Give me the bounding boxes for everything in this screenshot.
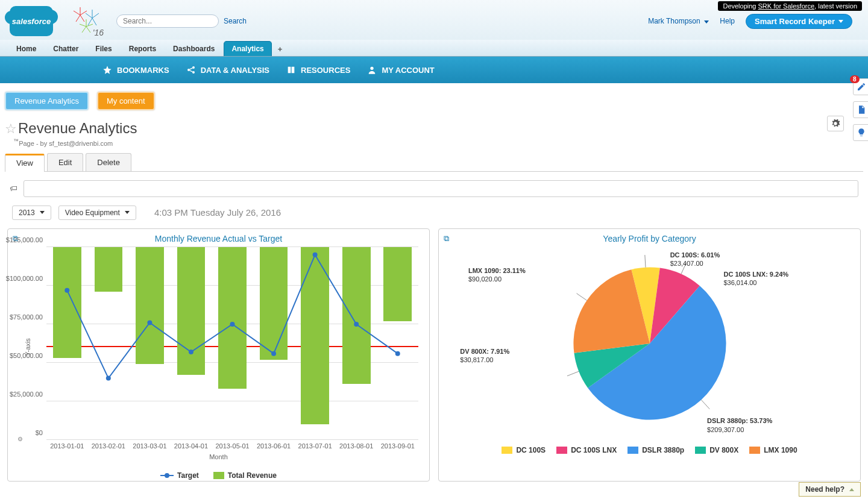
action-tab-delete[interactable]: Delete bbox=[86, 153, 131, 171]
gear-icon bbox=[831, 119, 840, 128]
bar-rect[interactable] bbox=[342, 247, 371, 384]
y-tick: $50,000.00 bbox=[10, 352, 43, 359]
pie-chart-legend: DC 100SDC 100S LNXDSLR 3880pDV 800XLMX 1… bbox=[444, 446, 855, 454]
svg-point-16 bbox=[192, 66, 195, 69]
revenue-analytics-pill[interactable]: Revenue Analytics bbox=[5, 92, 89, 110]
search-button[interactable]: Search bbox=[224, 17, 247, 25]
svg-line-4 bbox=[80, 15, 84, 22]
subnav-my-account[interactable]: MY ACCOUNT bbox=[367, 65, 434, 75]
svg-line-31 bbox=[567, 371, 578, 376]
tab-home[interactable]: Home bbox=[8, 41, 44, 56]
salesforce-logo[interactable]: salesforce bbox=[10, 6, 53, 36]
timestamp: 4:03 PM Tuesday July 26, 2016 bbox=[154, 207, 281, 218]
legend-item: DC 100S LNX bbox=[556, 446, 617, 454]
subnav-bookmarks[interactable]: BOOKMARKS bbox=[102, 65, 169, 75]
bar-rect[interactable] bbox=[383, 247, 412, 321]
bar-slot bbox=[294, 247, 336, 440]
pie-label: DC 100S LNX: 9.24%$36,014.00 bbox=[723, 270, 788, 287]
x-tick: 2013-03-01 bbox=[129, 442, 171, 450]
tab-chatter[interactable]: Chatter bbox=[45, 41, 86, 56]
y-tick: $100,000.00 bbox=[6, 275, 43, 282]
bar-rect[interactable] bbox=[95, 247, 123, 292]
axis-gear-icon[interactable]: ⚙ bbox=[17, 436, 23, 442]
x-tick: 2013-01-01 bbox=[46, 442, 88, 450]
svg-line-11 bbox=[80, 24, 86, 27]
side-doc-button[interactable] bbox=[853, 101, 868, 118]
y-tick: $0 bbox=[36, 429, 43, 436]
fireworks-icon: '16 bbox=[71, 6, 101, 36]
page-header: ☆ Revenue Analytics bbox=[5, 120, 863, 137]
tab-analytics[interactable]: Analytics bbox=[224, 41, 271, 56]
x-tick: 2013-06-01 bbox=[253, 442, 295, 450]
x-tick: 2013-04-01 bbox=[171, 442, 212, 450]
tab-reports[interactable]: Reports bbox=[121, 41, 164, 56]
tag-input[interactable] bbox=[24, 180, 858, 197]
tag-icon: 🏷 bbox=[10, 184, 17, 193]
book-icon bbox=[286, 65, 296, 75]
side-idea-button[interactable] bbox=[853, 124, 868, 141]
y-tick: $25,000.00 bbox=[10, 391, 43, 398]
bar-rect[interactable] bbox=[218, 247, 247, 389]
user-menu[interactable]: Mark Thompson bbox=[648, 17, 709, 25]
notification-badge: 8 bbox=[850, 75, 860, 83]
bar-chart-title: Monthly Revenue Actual vs Target bbox=[13, 234, 424, 243]
svg-line-30 bbox=[701, 400, 709, 409]
line-marker-icon bbox=[160, 475, 174, 476]
year-filter-dropdown[interactable]: 2013 bbox=[12, 206, 51, 220]
side-edit-button[interactable]: 8 bbox=[853, 78, 868, 95]
action-tab-edit[interactable]: Edit bbox=[47, 153, 83, 171]
bar-slot bbox=[377, 247, 419, 440]
document-icon bbox=[857, 105, 866, 115]
dev-banner-link[interactable]: SRK for Salesforce bbox=[758, 2, 815, 10]
svg-line-12 bbox=[86, 24, 93, 27]
swatch-icon bbox=[556, 447, 567, 454]
caret-down-icon bbox=[704, 20, 709, 24]
help-link[interactable]: Help bbox=[720, 17, 735, 25]
bar-slot bbox=[336, 247, 377, 440]
caret-down-icon bbox=[838, 20, 843, 23]
svg-point-15 bbox=[187, 69, 190, 71]
x-tick: 2013-09-01 bbox=[377, 442, 419, 450]
bar-rect[interactable] bbox=[177, 247, 206, 375]
dev-banner: Developing SRK for Salesforce, latest ve… bbox=[718, 1, 862, 11]
subnav-data-analysis[interactable]: DATA & ANALYSIS bbox=[186, 65, 269, 75]
svg-line-7 bbox=[86, 13, 92, 18]
svg-point-17 bbox=[192, 71, 195, 74]
svg-line-6 bbox=[92, 13, 99, 18]
tab-add-button[interactable]: + bbox=[273, 42, 288, 56]
bar-rect[interactable] bbox=[136, 247, 164, 365]
action-tab-view[interactable]: View bbox=[5, 154, 45, 172]
svg-point-18 bbox=[371, 67, 374, 70]
svg-line-32 bbox=[576, 293, 587, 300]
page-subtitle: ™Page - by sf_test@drivenbi.com bbox=[13, 138, 863, 147]
bar-rect[interactable] bbox=[260, 247, 288, 360]
swatch-icon bbox=[695, 447, 706, 454]
bar-rect[interactable] bbox=[53, 247, 81, 358]
x-tick: 2013-05-01 bbox=[212, 442, 253, 450]
caret-down-icon bbox=[40, 211, 45, 214]
search-input[interactable] bbox=[116, 14, 219, 28]
legend-target: Target bbox=[160, 471, 199, 480]
x-tick: 2013-08-01 bbox=[336, 442, 377, 450]
bar-slot bbox=[171, 247, 212, 440]
action-tabs: ViewEditDelete bbox=[5, 153, 863, 172]
page-settings-button[interactable] bbox=[827, 116, 844, 131]
smart-record-keeper-button[interactable]: Smart Record Keeper bbox=[746, 14, 852, 29]
bar-slot bbox=[129, 247, 171, 440]
swatch-icon bbox=[749, 447, 760, 454]
my-content-pill[interactable]: My content bbox=[97, 92, 155, 110]
subnav-resources[interactable]: RESOURCES bbox=[286, 65, 350, 75]
favorite-star-icon[interactable]: ☆ bbox=[5, 121, 17, 137]
user-icon bbox=[367, 65, 377, 75]
bar-chart: Y-axis ⚙ $0$25,000.00$50,000.00$75,000.0… bbox=[46, 247, 418, 440]
tab-files[interactable]: Files bbox=[87, 41, 119, 56]
tab-dashboards[interactable]: Dashboards bbox=[165, 41, 222, 56]
legend-item: DC 100S bbox=[502, 446, 546, 454]
svg-line-2 bbox=[80, 11, 87, 15]
y-tick: $125,000.00 bbox=[6, 236, 43, 243]
legend-total-revenue: Total Revenue bbox=[213, 471, 277, 480]
x-tick: 2013-07-01 bbox=[294, 442, 336, 450]
copy-chart-icon[interactable]: ⧉ bbox=[444, 234, 449, 243]
category-filter-dropdown[interactable]: Video Equipment bbox=[58, 206, 136, 220]
bar-rect[interactable] bbox=[301, 247, 329, 424]
